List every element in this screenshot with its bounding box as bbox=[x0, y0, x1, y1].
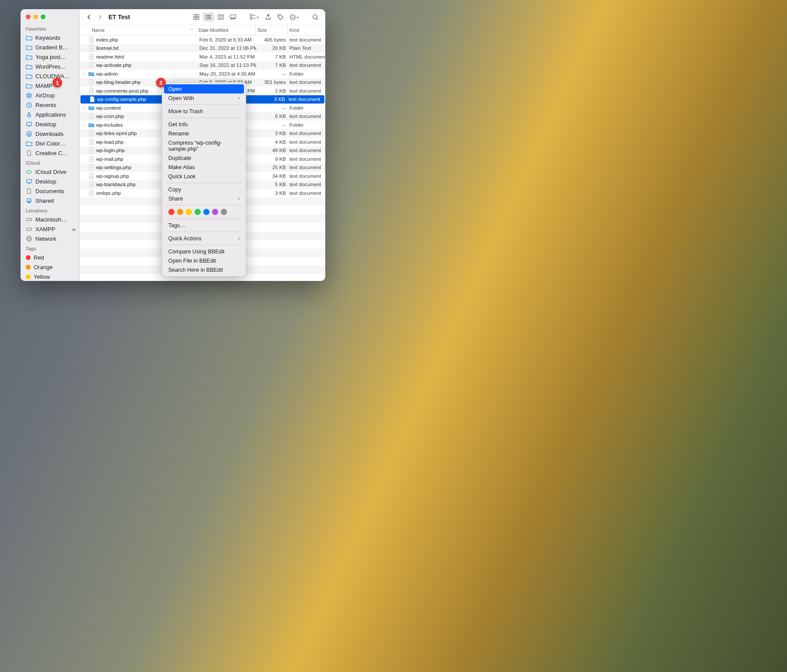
back-button[interactable] bbox=[84, 12, 94, 22]
sidebar-item-label: Downloads bbox=[35, 131, 63, 137]
sidebar-item[interactable]: Network bbox=[21, 234, 79, 243]
tag-color-button[interactable] bbox=[195, 209, 201, 215]
file-date: Sep 16, 2022 at 11:13 PM bbox=[199, 62, 256, 68]
view-gallery-button[interactable] bbox=[227, 12, 239, 22]
menu-item[interactable]: Open File in BBEdit bbox=[162, 256, 246, 265]
sidebar-item[interactable]: XAMPP⏏ bbox=[21, 224, 79, 234]
sidebar-item[interactable]: Macintosh… bbox=[21, 215, 79, 224]
menu-item[interactable]: Quick Actions› bbox=[162, 234, 246, 243]
menu-item[interactable]: Rename bbox=[162, 129, 246, 138]
file-row[interactable]: index.phpFeb 6, 2020 at 5:33 AM405 bytes… bbox=[80, 35, 325, 44]
menu-item[interactable]: Make Alias bbox=[162, 163, 246, 172]
menu-item-label: Search Here in BBEdit bbox=[168, 267, 223, 273]
disk-icon bbox=[26, 226, 32, 232]
file-size: -- bbox=[256, 122, 289, 128]
search-button[interactable] bbox=[310, 12, 321, 22]
disclosure-icon[interactable]: › bbox=[82, 123, 87, 127]
column-name[interactable]: Name⌃ bbox=[80, 28, 196, 33]
view-columns-button[interactable] bbox=[215, 12, 226, 22]
column-size[interactable]: Size bbox=[255, 25, 287, 35]
sidebar-item[interactable]: Gradient B… bbox=[21, 42, 79, 52]
menu-item[interactable]: Move to Trash bbox=[162, 107, 246, 116]
file-row[interactable]: ›wp-adminMay 20, 2023 at 4:30 AM--Folder bbox=[80, 69, 325, 78]
sidebar-item[interactable]: Red bbox=[21, 253, 79, 262]
sidebar-item[interactable]: Yellow bbox=[21, 272, 79, 281]
file-name: wp-load.php bbox=[96, 139, 124, 145]
menu-item[interactable]: Duplicate bbox=[162, 153, 246, 163]
forward-button[interactable] bbox=[95, 12, 105, 22]
tag-color-button[interactable] bbox=[203, 209, 209, 215]
sidebar-item[interactable]: Desktop bbox=[21, 177, 79, 186]
submenu-arrow-icon: › bbox=[238, 196, 240, 201]
menu-item[interactable]: Compare Using BBEdit bbox=[162, 247, 246, 256]
view-icons-button[interactable] bbox=[191, 12, 202, 22]
menu-item-label: Quick Actions bbox=[168, 236, 202, 242]
view-list-button[interactable] bbox=[203, 12, 214, 22]
tag-color-button[interactable] bbox=[212, 209, 218, 215]
sidebar-item[interactable]: AirDrop bbox=[21, 90, 79, 100]
window-title: ET Test bbox=[108, 14, 130, 21]
menu-item[interactable]: Open bbox=[164, 84, 244, 94]
sidebar-item[interactable]: Downloads bbox=[21, 129, 79, 139]
disclosure-icon[interactable]: › bbox=[82, 106, 87, 110]
maximize-button[interactable] bbox=[41, 14, 45, 19]
file-kind: Folder bbox=[289, 122, 325, 128]
sidebar-item-label: Keywords bbox=[35, 35, 60, 41]
sidebar-item[interactable]: Creative C… bbox=[21, 148, 79, 158]
sidebar-item-label: Divi Color… bbox=[35, 140, 66, 147]
column-kind[interactable]: Kind bbox=[287, 25, 325, 35]
sidebar-item[interactable]: Yoga post… bbox=[21, 52, 79, 62]
menu-divider bbox=[167, 218, 241, 219]
menu-item[interactable]: Quick Look bbox=[162, 172, 246, 181]
svg-rect-35 bbox=[234, 18, 235, 19]
sidebar-item[interactable]: Recents bbox=[21, 100, 79, 110]
eject-icon[interactable]: ⏏ bbox=[72, 227, 76, 232]
menu-item[interactable]: Search Here in BBEdit bbox=[162, 265, 246, 274]
sidebar-item[interactable]: Divi Color… bbox=[21, 139, 79, 148]
menu-item[interactable]: Get Info bbox=[162, 120, 246, 129]
menu-item[interactable]: Share› bbox=[162, 194, 246, 203]
tag-color-button[interactable] bbox=[177, 209, 183, 215]
tag-dot-icon bbox=[26, 274, 31, 279]
column-date[interactable]: Date Modified bbox=[196, 25, 255, 35]
file-icon bbox=[88, 147, 94, 153]
file-row[interactable]: readme.htmlMar 4, 2023 at 11:52 PM7 KBHT… bbox=[80, 52, 325, 61]
sidebar-item[interactable]: MAMP bbox=[21, 81, 79, 90]
sidebar-item[interactable]: Shared bbox=[21, 196, 79, 205]
desktop-icon bbox=[26, 121, 32, 128]
file-size: 3 KB bbox=[255, 97, 289, 102]
sidebar-item[interactable]: Keywords bbox=[21, 33, 79, 42]
group-button[interactable] bbox=[247, 12, 261, 22]
file-row[interactable]: license.txtDec 31, 2022 at 11:06 PM20 KB… bbox=[80, 44, 325, 53]
file-icon bbox=[88, 173, 94, 179]
tag-color-button[interactable] bbox=[186, 209, 192, 215]
disclosure-icon[interactable]: › bbox=[82, 72, 87, 76]
sidebar-item[interactable]: Documents bbox=[21, 186, 79, 196]
tag-color-button[interactable] bbox=[221, 209, 227, 215]
tag-color-button[interactable] bbox=[168, 209, 174, 215]
sidebar-item[interactable]: Orange bbox=[21, 262, 79, 272]
file-icon bbox=[88, 130, 94, 136]
svg-rect-8 bbox=[27, 179, 31, 183]
menu-item[interactable]: Compress “wp-config-sample.php” bbox=[162, 138, 246, 153]
sidebar-item[interactable]: WordPres… bbox=[21, 62, 79, 71]
sidebar-item-label: Orange bbox=[34, 264, 52, 270]
file-icon bbox=[88, 45, 94, 51]
file-icon bbox=[89, 96, 95, 102]
close-button[interactable] bbox=[26, 14, 31, 19]
file-row[interactable]: wp-activate.phpSep 16, 2022 at 11:13 PM7… bbox=[80, 61, 325, 70]
file-name: wp-activate.php bbox=[96, 62, 132, 68]
sidebar-item[interactable]: Desktop bbox=[21, 119, 79, 129]
sidebar-item[interactable]: Applications bbox=[21, 110, 79, 119]
sidebar-item[interactable]: CLOUDWA… bbox=[21, 71, 79, 81]
menu-item[interactable]: Open With› bbox=[162, 94, 246, 103]
tags-button[interactable] bbox=[275, 12, 286, 22]
action-button[interactable] bbox=[287, 12, 302, 22]
file-kind: text document bbox=[289, 88, 325, 94]
menu-item[interactable]: Copy bbox=[162, 185, 246, 194]
menu-item-label: Duplicate bbox=[168, 155, 191, 161]
minimize-button[interactable] bbox=[33, 14, 38, 19]
menu-item[interactable]: Tags… bbox=[162, 221, 246, 230]
sidebar-item[interactable]: iCloud Drive bbox=[21, 167, 79, 177]
share-button[interactable] bbox=[262, 12, 274, 22]
